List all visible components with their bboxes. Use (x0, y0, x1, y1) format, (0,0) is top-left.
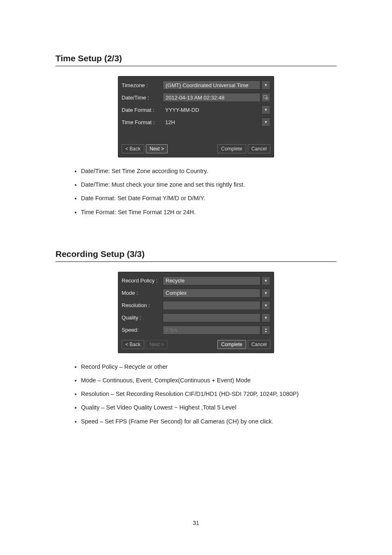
cancel-button[interactable]: Cancel (248, 144, 270, 153)
mode-select[interactable]: Complex (163, 289, 261, 298)
page-number: 31 (0, 520, 392, 526)
chevron-down-icon[interactable]: ▼ (261, 313, 270, 322)
complete-button[interactable]: Complete (217, 144, 246, 153)
list-item: Quality – Set Video Quality Lowest ~ Hig… (81, 403, 337, 412)
cancel-button[interactable]: Cancel (248, 340, 270, 349)
resolution-select[interactable] (163, 301, 261, 310)
list-item: Time Format: Set Time Format 12H or 24H. (81, 208, 337, 217)
list-item: Date Format: Set Date Format Y/M/D or D/… (81, 194, 337, 203)
chevron-down-icon[interactable]: ▼ (261, 276, 270, 285)
calendar-clock-icon[interactable] (261, 93, 270, 102)
back-button[interactable]: < Back (122, 144, 144, 153)
next-button[interactable]: Next > (146, 144, 168, 153)
list-item: Resolution – Set Recording Resolution CI… (81, 389, 337, 399)
timezone-label: Timezone : (122, 82, 163, 88)
next-button: Next > (146, 340, 168, 349)
time-setup-panel: Timezone : (GMT) Coordinated Universal T… (118, 76, 274, 157)
recording-setup-heading: Recording Setup (3/3) (55, 249, 337, 262)
time-setup-notes: Date/Time: Set Time Zone according to Co… (55, 166, 337, 217)
chevron-down-icon[interactable]: ▼ (261, 118, 270, 127)
speed-field[interactable]: 0 fps (163, 326, 261, 335)
chevron-down-icon[interactable]: ▼ (261, 105, 270, 114)
time-setup-heading: Time Setup (2/3) (55, 53, 337, 66)
recording-setup-notes: Record Policy – Recycle or other Mode – … (55, 362, 337, 426)
list-item: Mode – Continuous, Event, Complex(Contin… (81, 376, 337, 385)
chevron-down-icon[interactable]: ▼ (261, 289, 270, 298)
datetime-field[interactable]: 2012-04-13 AM 02:32:48 (163, 93, 261, 102)
dateformat-select[interactable]: YYYY-MM-DD (163, 105, 261, 114)
recording-setup-panel: Record Policy : Recycle ▼ Mode : Complex… (118, 272, 274, 353)
dateformat-label: Date Format : (122, 107, 163, 113)
list-item: Speed – Set FPS (Frame Per Second) for a… (81, 417, 337, 426)
spinner-icon[interactable]: ▲▼ (261, 326, 270, 335)
timeformat-label: Time Format : (122, 119, 163, 125)
chevron-down-icon[interactable]: ▼ (261, 81, 270, 90)
list-item: Record Policy – Recycle or other (81, 362, 337, 372)
datetime-label: Date/Time : (122, 95, 163, 101)
mode-label: Mode : (122, 290, 163, 296)
quality-select[interactable] (163, 313, 261, 322)
back-button[interactable]: < Back (122, 340, 144, 349)
svg-rect-0 (264, 96, 267, 99)
record-policy-select[interactable]: Recycle (163, 276, 261, 285)
chevron-down-icon[interactable]: ▼ (261, 301, 270, 310)
timezone-select[interactable]: (GMT) Coordinated Universal Time (163, 81, 261, 90)
list-item: Date/Time: Must check your time zone and… (81, 180, 337, 190)
list-item: Date/Time: Set Time Zone according to Co… (81, 166, 337, 176)
record-policy-label: Record Policy : (122, 278, 163, 284)
speed-label: Speed: (122, 327, 163, 333)
resolution-label: Resolution : (122, 302, 163, 308)
timeformat-select[interactable]: 12H (163, 118, 261, 127)
quality-label: Quality : (122, 314, 163, 321)
complete-button[interactable]: Complete (217, 340, 246, 349)
